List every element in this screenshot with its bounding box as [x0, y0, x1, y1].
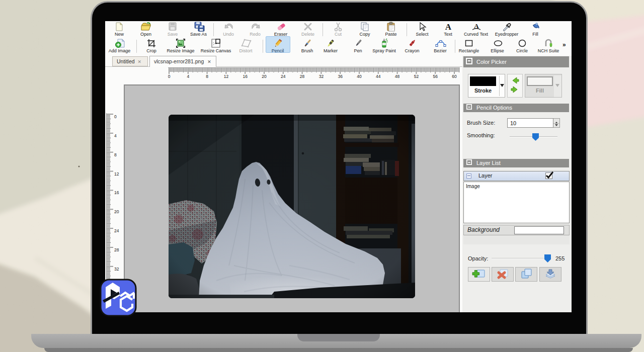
svg-text:60: 60	[452, 74, 457, 79]
svg-text:44: 44	[376, 74, 381, 79]
svg-text:12: 12	[114, 171, 119, 177]
svg-text:A: A	[445, 22, 451, 32]
svg-text:48: 48	[395, 74, 400, 79]
svg-text:16: 16	[114, 190, 119, 195]
svg-text:52: 52	[414, 74, 419, 79]
svg-text:20: 20	[114, 209, 119, 214]
svg-text:24: 24	[281, 74, 286, 79]
svg-text:36: 36	[338, 74, 343, 79]
svg-text:8: 8	[114, 152, 117, 157]
svg-text:40: 40	[357, 74, 362, 79]
svg-text:20: 20	[262, 74, 267, 79]
svg-text:4: 4	[187, 74, 189, 79]
svg-text:24: 24	[114, 228, 119, 233]
svg-text:28: 28	[114, 247, 119, 252]
svg-text:4: 4	[114, 133, 117, 138]
svg-text:0: 0	[114, 114, 117, 119]
svg-text:32: 32	[114, 267, 119, 272]
svg-text:12: 12	[224, 74, 229, 79]
svg-text:28: 28	[300, 74, 305, 79]
svg-text:56: 56	[433, 74, 438, 79]
svg-text:0: 0	[168, 74, 171, 79]
svg-text:16: 16	[243, 74, 248, 79]
svg-text:32: 32	[319, 74, 324, 79]
svg-text:8: 8	[206, 74, 208, 79]
